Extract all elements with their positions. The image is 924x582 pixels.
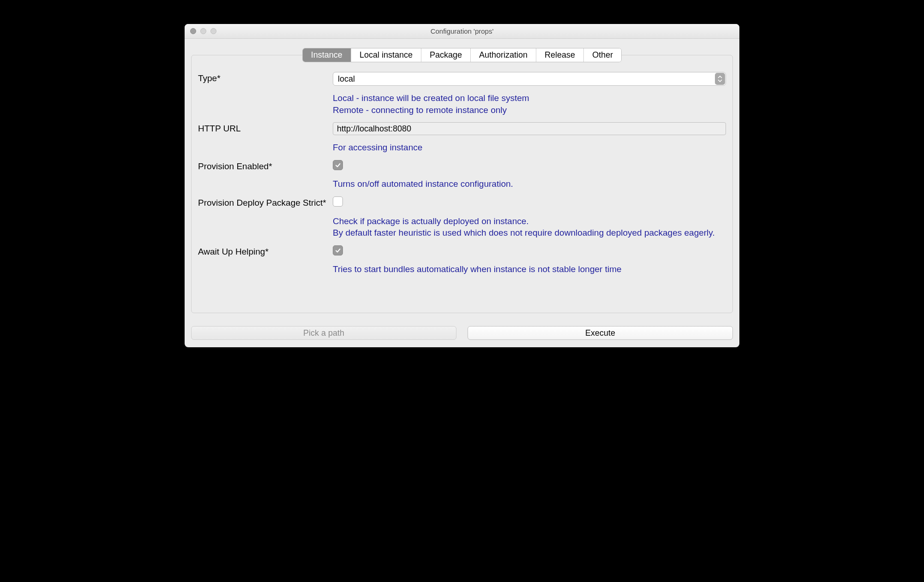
row-http-url: HTTP URL — [198, 122, 726, 135]
label-deploy-strict: Provision Deploy Package Strict* — [198, 196, 333, 208]
window-close-icon[interactable] — [190, 28, 196, 34]
row-provision-enabled: Provision Enabled* — [198, 160, 726, 172]
tab-bar: Instance Local instance Package Authoriz… — [191, 48, 733, 62]
titlebar: Configuration 'props' — [185, 24, 739, 39]
help-type: Local - instance will be created on loca… — [333, 92, 726, 116]
traffic-lights — [190, 28, 216, 34]
label-type: Type* — [198, 72, 333, 83]
config-window: Configuration 'props' Instance Local ins… — [185, 24, 739, 347]
deploy-strict-checkbox[interactable] — [333, 196, 343, 207]
label-provision-enabled: Provision Enabled* — [198, 160, 333, 172]
help-await-up: Tries to start bundles automatically whe… — [333, 263, 726, 275]
label-http-url: HTTP URL — [198, 122, 333, 134]
type-select-wrap: local — [333, 72, 726, 86]
tab-release[interactable]: Release — [536, 48, 584, 62]
await-up-checkbox[interactable] — [333, 245, 343, 255]
http-url-input[interactable] — [333, 122, 726, 135]
help-http-url: For accessing instance — [333, 142, 726, 154]
tab-instance[interactable]: Instance — [303, 48, 351, 62]
type-select[interactable]: local — [333, 72, 726, 86]
tab-local-instance[interactable]: Local instance — [351, 48, 421, 62]
check-icon — [335, 162, 341, 168]
row-await-up: Await Up Helping* — [198, 245, 726, 257]
tab-group: Instance Local instance Package Authoriz… — [302, 48, 622, 62]
instance-panel: Type* local Local - in — [191, 55, 733, 313]
window-body: Instance Local instance Package Authoriz… — [185, 39, 739, 347]
row-type: Type* local — [198, 72, 726, 86]
check-icon — [335, 247, 341, 254]
row-deploy-strict: Provision Deploy Package Strict* — [198, 196, 726, 209]
window-title: Configuration 'props' — [185, 27, 739, 35]
provision-enabled-checkbox[interactable] — [333, 160, 343, 170]
window-minimize-icon[interactable] — [200, 28, 206, 34]
help-deploy-strict: Check if package is actually deployed on… — [333, 215, 726, 239]
tab-other[interactable]: Other — [584, 48, 621, 62]
bottom-buttons: Pick a path Execute — [191, 326, 733, 340]
tab-authorization[interactable]: Authorization — [471, 48, 536, 62]
help-provision-enabled: Turns on/off automated instance configur… — [333, 178, 726, 190]
window-zoom-icon[interactable] — [210, 28, 216, 34]
execute-button[interactable]: Execute — [468, 326, 733, 340]
pick-path-button[interactable]: Pick a path — [191, 326, 456, 340]
label-await-up: Await Up Helping* — [198, 245, 333, 257]
tab-package[interactable]: Package — [421, 48, 471, 62]
